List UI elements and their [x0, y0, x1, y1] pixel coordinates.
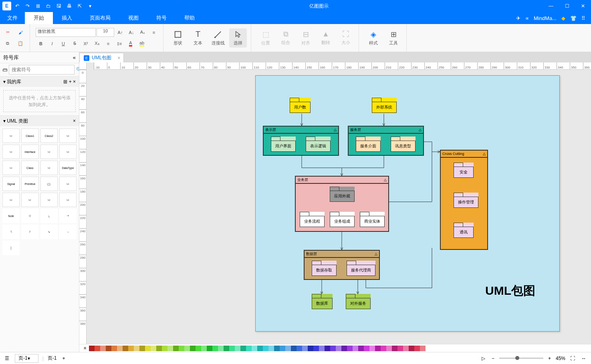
style-button[interactable]: ◈样式	[365, 28, 382, 48]
folder-data-access[interactable]: 数据存取	[312, 261, 337, 276]
diagram-sheet[interactable]: 用户数 外部系统 表示层△ 用户界面 表示逻辑 服务层△ 服务介面 讯息类型	[255, 75, 560, 332]
color-swatch[interactable]	[274, 346, 280, 351]
shape-item[interactable]: ▭	[59, 129, 77, 143]
italic-button[interactable]: I	[47, 38, 57, 49]
close-tab-icon[interactable]: ×	[117, 55, 120, 61]
folder-ui[interactable]: 用户界面	[271, 137, 296, 152]
tools-button[interactable]: ⊞工具	[385, 28, 402, 48]
color-swatch[interactable]	[95, 346, 100, 351]
color-swatch[interactable]	[313, 346, 319, 351]
shape-item[interactable]: ▭	[59, 177, 77, 191]
color-swatch[interactable]	[252, 346, 257, 351]
color-swatch[interactable]	[151, 346, 156, 351]
folder-security[interactable]: 安全	[454, 163, 474, 178]
color-swatch[interactable]	[201, 346, 207, 351]
shape-item[interactable]: ▭	[2, 129, 20, 143]
color-swatch[interactable]	[381, 346, 386, 351]
library-icon[interactable]: 🗃	[2, 65, 7, 74]
app-logo[interactable]: E	[2, 2, 11, 10]
bullets-button[interactable]: ≡	[103, 38, 113, 49]
undo-button[interactable]: ↶	[13, 2, 22, 10]
font-color-button[interactable]: A	[125, 38, 136, 49]
tshirt-icon[interactable]: 👕	[570, 15, 577, 21]
color-swatch[interactable]	[246, 346, 252, 351]
color-swatch[interactable]	[341, 346, 347, 351]
fit-width-icon[interactable]: ↔	[580, 355, 588, 362]
color-swatch[interactable]	[285, 346, 291, 351]
color-swatch[interactable]	[336, 346, 341, 351]
shape-item[interactable]: ↘	[40, 225, 58, 239]
fit-page-icon[interactable]: ⛶	[569, 355, 577, 362]
color-swatch[interactable]	[319, 346, 325, 351]
color-swatch[interactable]	[403, 346, 409, 351]
color-swatch[interactable]	[297, 346, 302, 351]
shape-item[interactable]: Class	[21, 161, 38, 175]
crown-icon[interactable]: ◆	[561, 15, 565, 21]
color-swatch[interactable]	[196, 346, 201, 351]
shape-item[interactable]: →	[59, 225, 77, 239]
shape-item[interactable]: ┐	[40, 209, 58, 223]
presentation-icon[interactable]: ▷	[480, 355, 487, 362]
color-swatch[interactable]	[392, 346, 397, 351]
pkg-data[interactable]: 数据层△ 数据存取 服务代理商	[304, 250, 380, 280]
color-swatch[interactable]	[218, 346, 224, 351]
shape-tool[interactable]: 形状	[169, 28, 187, 48]
color-swatch[interactable]	[134, 346, 139, 351]
bold-button[interactable]: B	[36, 38, 46, 49]
folder-present-logic[interactable]: 表示逻辑	[306, 137, 331, 152]
plus-icon[interactable]: +	[69, 79, 73, 84]
shape-item[interactable]: ◇	[21, 209, 38, 223]
font-family-select[interactable]: 微软雅黑	[36, 28, 96, 37]
send-icon[interactable]: ✈	[516, 15, 520, 21]
color-swatch[interactable]	[212, 346, 218, 351]
shape-item[interactable]: Note	[2, 209, 20, 223]
zoom-slider[interactable]	[499, 358, 543, 359]
color-swatch[interactable]	[308, 346, 313, 351]
shape-item[interactable]: ┘	[21, 225, 38, 239]
add-page-icon[interactable]: +	[61, 355, 67, 362]
color-swatch[interactable]	[106, 346, 111, 351]
share-icon[interactable]: ∝	[525, 15, 529, 21]
pkg-crosscutting[interactable]: Cross Cutting△ 安全 操作管理 通讯	[440, 150, 488, 250]
connector-tool[interactable]: 连接线	[209, 28, 227, 48]
apps-icon[interactable]: ⠿	[581, 15, 585, 21]
menu-file[interactable]: 文件	[0, 12, 25, 24]
format-painter-button[interactable]: 🖌	[15, 27, 26, 38]
shape-item[interactable]: ▭	[21, 193, 38, 207]
color-swatch[interactable]	[397, 346, 403, 351]
menu-help[interactable]: 帮助	[175, 12, 204, 24]
menu-insert[interactable]: 插入	[53, 12, 81, 24]
open-button[interactable]: 🗀	[44, 2, 53, 10]
color-swatch[interactable]	[420, 346, 426, 351]
menu-view[interactable]: 视图	[119, 12, 147, 24]
folder-biz-entity[interactable]: 商业实体	[360, 212, 385, 227]
color-swatch[interactable]	[89, 346, 95, 351]
export-button[interactable]: ⇱	[75, 2, 84, 10]
color-swatch[interactable]	[268, 346, 274, 351]
page-list-icon[interactable]: ☰	[3, 355, 11, 362]
color-swatch[interactable]	[117, 346, 123, 351]
folder-app-facade[interactable]: 应用外观	[330, 187, 355, 202]
redo-button[interactable]: ↷	[23, 2, 32, 10]
increase-font-button[interactable]: A↑	[115, 27, 125, 38]
shape-item[interactable]: ⇢	[59, 209, 77, 223]
add-lib-icon[interactable]: ⊞	[63, 79, 69, 84]
maximize-button[interactable]: ☐	[559, 0, 575, 12]
document-tab[interactable]: EUML包图×	[79, 53, 124, 62]
color-swatch[interactable]	[167, 346, 173, 351]
color-swatch[interactable]	[364, 346, 369, 351]
underline-button[interactable]: U	[58, 38, 69, 49]
no-color-icon[interactable]: ✖	[81, 346, 89, 350]
save-button[interactable]: 🖫	[54, 2, 63, 10]
shape-item[interactable]: { }	[40, 177, 58, 191]
color-swatch[interactable]	[263, 346, 268, 351]
color-swatch[interactable]	[235, 346, 240, 351]
color-swatch[interactable]	[179, 346, 184, 351]
color-swatch[interactable]	[184, 346, 190, 351]
pkg-presentation[interactable]: 表示层△ 用户界面 表示逻辑	[263, 126, 339, 156]
zoom-in-icon[interactable]: +	[547, 355, 553, 362]
close-mylib-icon[interactable]: ×	[73, 79, 76, 84]
shape-item[interactable]: ▭	[2, 145, 20, 159]
folder-biz-compose[interactable]: 业务组成	[330, 212, 355, 227]
strike-button[interactable]: S̶	[69, 38, 80, 49]
